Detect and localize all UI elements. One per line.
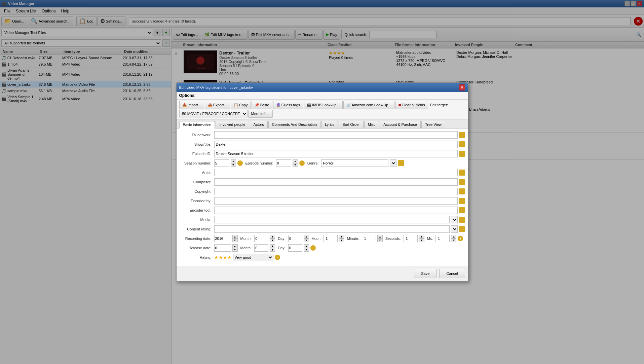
show-title-info-btn[interactable]: i bbox=[459, 141, 465, 147]
amazon-button[interactable]: 🛒 Amazon.com Look-Up... bbox=[343, 101, 394, 109]
rel-day-spin: ▲ ▼ bbox=[304, 244, 309, 252]
tv-network-row: TV network: i bbox=[179, 131, 465, 139]
rec-year-up[interactable]: ▲ bbox=[232, 235, 238, 239]
edit-target-select[interactable]: 50 MOVIE / EPISODE / CONCERT bbox=[179, 110, 248, 117]
episode-id-input[interactable] bbox=[214, 150, 458, 157]
recording-year-input[interactable] bbox=[214, 235, 231, 242]
recording-day-input[interactable] bbox=[288, 235, 302, 242]
season-down-btn[interactable]: ▼ bbox=[231, 163, 236, 167]
more-info-button[interactable]: More info... bbox=[248, 110, 273, 118]
rec-hour-up[interactable]: ▲ bbox=[339, 235, 344, 239]
show-title-input[interactable] bbox=[214, 141, 458, 148]
tv-network-input[interactable] bbox=[214, 131, 458, 139]
export-button[interactable]: 📤 Export... bbox=[205, 101, 230, 109]
rel-date-info-btn[interactable]: i bbox=[310, 245, 316, 251]
composer-label: Composer: bbox=[179, 180, 213, 184]
episode-info-btn[interactable]: i bbox=[299, 160, 305, 166]
encoded-by-info-btn[interactable]: i bbox=[459, 198, 465, 204]
release-year-input[interactable] bbox=[214, 244, 231, 252]
release-day-input[interactable] bbox=[288, 244, 302, 252]
dialog-titlebar: Edit video MKV tag details for: cover_ar… bbox=[177, 83, 468, 92]
composer-info-btn[interactable]: i bbox=[459, 179, 465, 185]
rec-sec-up[interactable]: ▲ bbox=[419, 235, 424, 239]
rel-day-down[interactable]: ▼ bbox=[304, 248, 309, 252]
paste-button[interactable]: 📌 Paste bbox=[252, 101, 272, 109]
tab-misc[interactable]: Misc bbox=[364, 121, 379, 128]
rec-year-down[interactable]: ▼ bbox=[232, 239, 238, 242]
copyright-row: Copyright: i bbox=[179, 188, 465, 195]
content-rating-info-btn[interactable]: i bbox=[459, 226, 465, 232]
recording-hour-input[interactable] bbox=[324, 235, 338, 242]
rec-ms-up[interactable]: ▲ bbox=[451, 235, 456, 239]
tv-network-info-btn[interactable]: i bbox=[459, 132, 465, 138]
rec-minute-spin: ▲ ▼ bbox=[377, 235, 383, 242]
copyright-info-btn[interactable]: i bbox=[459, 188, 465, 194]
genre-info-btn[interactable]: i bbox=[398, 160, 404, 166]
media-input[interactable] bbox=[214, 216, 450, 223]
season-number-input[interactable] bbox=[214, 159, 229, 167]
episode-up-btn[interactable]: ▲ bbox=[293, 159, 298, 163]
release-month-input[interactable] bbox=[254, 244, 268, 252]
rating-select[interactable]: Very good Excellent Good Fair Poor bbox=[233, 254, 273, 261]
copyright-input[interactable] bbox=[214, 188, 458, 195]
episode-spin: ▲ ▼ bbox=[293, 159, 298, 167]
episode-number-label: Episode number: bbox=[244, 161, 275, 165]
tab-comments[interactable]: Comments And Description bbox=[268, 121, 320, 128]
tab-actors[interactable]: Actors bbox=[250, 121, 268, 128]
tab-tree-view[interactable]: Tree View bbox=[421, 121, 445, 128]
media-dropdown[interactable] bbox=[451, 216, 458, 223]
genre-label: Genre: bbox=[306, 161, 320, 165]
save-button[interactable]: Save bbox=[414, 269, 437, 278]
content-rating-dropdown[interactable] bbox=[451, 225, 458, 233]
rel-year-up[interactable]: ▲ bbox=[232, 244, 238, 248]
recording-minute-input[interactable] bbox=[362, 235, 376, 242]
imdb-button[interactable]: 🎬 IMDB Look-Up... bbox=[304, 101, 342, 109]
rec-date-info-btn[interactable]: i bbox=[458, 236, 463, 241]
rec-minute-up[interactable]: ▲ bbox=[377, 235, 383, 239]
recording-month-input[interactable] bbox=[254, 235, 268, 242]
rec-minute-down[interactable]: ▼ bbox=[377, 239, 383, 242]
genre-dropdown[interactable] bbox=[390, 159, 396, 167]
tab-account[interactable]: Account & Purchase bbox=[380, 121, 421, 128]
rec-day-up[interactable]: ▲ bbox=[304, 235, 309, 239]
episode-down-btn[interactable]: ▼ bbox=[293, 163, 298, 167]
artist-input[interactable] bbox=[214, 169, 458, 176]
season-up-btn[interactable]: ▲ bbox=[231, 159, 236, 163]
encoded-by-input[interactable] bbox=[214, 197, 458, 205]
import-button[interactable]: 📥 Import... bbox=[179, 101, 204, 109]
episode-id-info-btn[interactable]: i bbox=[459, 151, 465, 157]
genre-input[interactable] bbox=[321, 159, 388, 167]
rel-year-down[interactable]: ▼ bbox=[232, 248, 238, 252]
rec-ms-down[interactable]: ▼ bbox=[451, 239, 456, 242]
show-title-row: Show/title: i bbox=[179, 141, 465, 148]
rec-month-up[interactable]: ▲ bbox=[270, 235, 275, 239]
rel-day-up[interactable]: ▲ bbox=[304, 244, 309, 248]
cancel-button[interactable]: Cancel bbox=[439, 269, 465, 278]
tab-involved-people[interactable]: Involved people bbox=[216, 121, 249, 128]
clear-all-button[interactable]: ✖ Clear all fields bbox=[395, 101, 428, 109]
tab-sort-order[interactable]: Sort Order bbox=[339, 121, 363, 128]
recording-ms-input[interactable] bbox=[435, 235, 450, 242]
rec-day-down[interactable]: ▼ bbox=[304, 239, 309, 242]
media-info-btn[interactable]: i bbox=[459, 217, 465, 223]
recording-seconds-input[interactable] bbox=[404, 235, 418, 242]
rec-sec-down[interactable]: ▼ bbox=[419, 239, 424, 242]
copy-button[interactable]: 📋 Copy bbox=[231, 101, 251, 109]
rel-month-up[interactable]: ▲ bbox=[270, 244, 275, 248]
rel-month-down[interactable]: ▼ bbox=[270, 248, 275, 252]
guess-tags-button[interactable]: 🔮 Guess tags bbox=[273, 101, 303, 109]
dialog-close-button[interactable]: ✕ bbox=[459, 84, 465, 90]
content-rating-input[interactable] bbox=[214, 225, 450, 233]
tab-lyrics[interactable]: Lyrics bbox=[321, 121, 338, 128]
tv-network-label: TV network: bbox=[179, 133, 213, 137]
rec-hour-down[interactable]: ▼ bbox=[339, 239, 344, 242]
rating-info-btn[interactable]: i bbox=[275, 255, 280, 260]
tab-basic-information[interactable]: Basic Information bbox=[179, 121, 215, 129]
season-info-btn[interactable]: i bbox=[237, 160, 243, 166]
encoder-tool-info-btn[interactable]: i bbox=[459, 207, 465, 213]
encoder-tool-input[interactable] bbox=[214, 207, 458, 214]
artist-info-btn[interactable]: i bbox=[459, 170, 465, 176]
episode-number-input[interactable] bbox=[276, 159, 291, 167]
rec-month-down[interactable]: ▼ bbox=[270, 239, 275, 242]
composer-input[interactable] bbox=[214, 178, 458, 186]
